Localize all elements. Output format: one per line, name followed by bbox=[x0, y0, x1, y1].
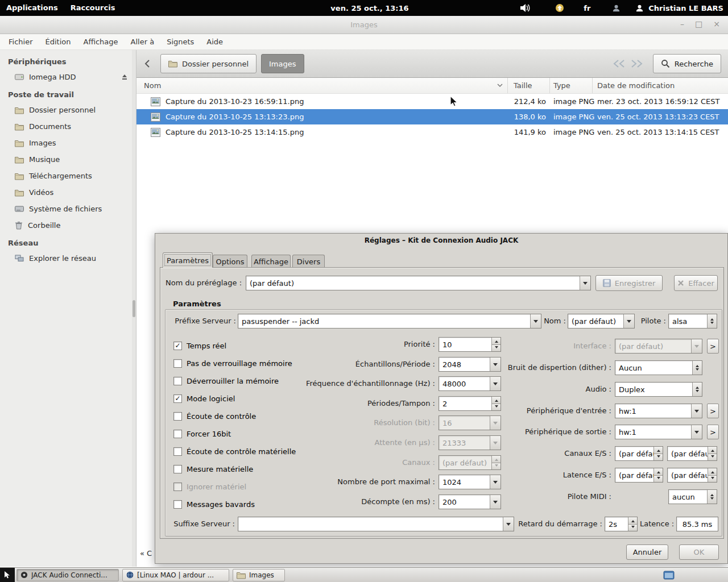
folder-icon bbox=[168, 60, 177, 68]
spin-buttons[interactable] bbox=[653, 447, 663, 460]
menu-affichage[interactable]: Affichage bbox=[77, 34, 124, 49]
file-row-2[interactable]: Capture du 2013-10-25 13:14:15.png 141,9… bbox=[136, 124, 728, 140]
spin-buttons[interactable] bbox=[628, 517, 637, 531]
dropdown-arrow-icon[interactable] bbox=[691, 339, 702, 353]
ok-button[interactable]: OK bbox=[679, 544, 719, 560]
peripherique-de-sortie-field[interactable]: hw:1 bbox=[615, 425, 702, 439]
interface-field[interactable]: (par défaut) bbox=[615, 339, 702, 354]
breadcrumb-images[interactable]: Images bbox=[261, 54, 304, 73]
toolbar: Dossier personnel Images Recherche bbox=[136, 50, 728, 78]
canaux-e-s-field-1[interactable]: (par défaut) bbox=[615, 446, 663, 461]
close-button[interactable]: × bbox=[713, 19, 720, 28]
menu-aller-a[interactable]: Aller à bbox=[125, 34, 161, 49]
sidebar-scrollbar[interactable] bbox=[132, 50, 136, 567]
task-browser[interactable]: [Linux MAO | ardour ... bbox=[122, 569, 229, 581]
cancel-button[interactable]: Annuler bbox=[626, 544, 668, 560]
sidebar-item-systeme-de-fichiers[interactable]: Système de fichiers bbox=[0, 201, 136, 217]
folder-icon bbox=[15, 189, 24, 197]
latence-e-s-field-1[interactable]: (par défaut) bbox=[615, 468, 663, 483]
file-row-1[interactable]: Capture du 2013-10-25 13:13:23.png 138,0… bbox=[136, 109, 728, 124]
folder-icon bbox=[237, 571, 246, 579]
volume-icon[interactable] bbox=[520, 3, 530, 13]
updates-icon[interactable] bbox=[555, 3, 564, 13]
updown-arrows-icon[interactable] bbox=[692, 383, 702, 396]
file-row-0[interactable]: Capture du 2013-10-23 16:59:11.png 212,4… bbox=[136, 94, 728, 109]
sidebar-item-videos[interactable]: Vidéos bbox=[0, 184, 136, 201]
updown-arrows-icon[interactable] bbox=[692, 361, 702, 375]
preset-name-combo[interactable]: (par défaut) bbox=[246, 276, 591, 290]
sort-descending-icon[interactable] bbox=[497, 84, 503, 88]
maximize-button[interactable]: □ bbox=[695, 19, 702, 28]
search-button[interactable]: Recherche bbox=[653, 54, 721, 73]
column-header-date[interactable]: Date de modification bbox=[593, 78, 728, 93]
spin-buttons[interactable] bbox=[653, 468, 663, 482]
task-jack-audio[interactable]: JACK Audio Connecti... bbox=[16, 569, 119, 581]
file-type: image PNG bbox=[550, 97, 593, 106]
dropdown-arrow-icon[interactable] bbox=[691, 425, 702, 439]
dropdown-arrow-icon[interactable] bbox=[580, 276, 590, 290]
latence-e-s-field-2[interactable]: (par défaut) bbox=[667, 468, 717, 483]
dropdown-arrow-icon[interactable] bbox=[503, 517, 514, 531]
canaux-e-s-field-2[interactable]: (par défaut) bbox=[667, 446, 717, 461]
session-user-icon[interactable] bbox=[635, 4, 644, 13]
menu-signets[interactable]: Signets bbox=[160, 34, 200, 49]
clock[interactable]: ven. 25 oct., 13:16 bbox=[330, 4, 408, 13]
peripherique-de-sortie-more-button[interactable]: > bbox=[707, 425, 719, 439]
audio-field[interactable]: Duplex bbox=[615, 382, 702, 397]
sidebar-item-images[interactable]: Images bbox=[0, 135, 136, 151]
interface-more-button[interactable]: > bbox=[707, 339, 719, 354]
startup-delay-spin[interactable]: 2s bbox=[605, 517, 638, 531]
sidebar-item-iomega-hdd[interactable]: Iomega HDD bbox=[0, 69, 136, 85]
applications-menu[interactable]: Applications bbox=[0, 0, 64, 16]
show-desktop-button[interactable] bbox=[0, 568, 15, 582]
history-back-icon[interactable] bbox=[612, 59, 626, 68]
sidebar-item-dossier-personnel[interactable]: Dossier personnel bbox=[0, 102, 136, 118]
bruit-de-dispertion-dither-field[interactable]: Aucun bbox=[615, 360, 702, 375]
save-preset-button[interactable]: Enregistrer bbox=[595, 275, 663, 291]
menu-fichier[interactable]: Fichier bbox=[2, 34, 39, 49]
shortcuts-menu[interactable]: Raccourcis bbox=[64, 0, 122, 16]
sidebar-item-musique[interactable]: Musique bbox=[0, 151, 136, 168]
spin-buttons[interactable] bbox=[708, 447, 717, 460]
titlebar[interactable]: Images – □ × bbox=[0, 16, 728, 34]
tab-parametres[interactable]: Paramètres bbox=[163, 252, 213, 268]
sidebar-item-telechargements[interactable]: Téléchargements bbox=[0, 168, 136, 184]
drive-icon bbox=[15, 73, 24, 81]
peripherique-d-entree-field[interactable]: hw:1 bbox=[615, 404, 702, 418]
updown-arrows-icon[interactable] bbox=[707, 490, 717, 504]
eject-icon[interactable] bbox=[121, 74, 128, 80]
column-header-name[interactable]: Nom bbox=[136, 78, 508, 93]
column-header-type[interactable]: Type bbox=[550, 78, 593, 93]
spin-buttons[interactable] bbox=[708, 468, 717, 482]
server-suffix-combo[interactable] bbox=[238, 517, 514, 531]
tab-affichage[interactable]: Affichage bbox=[251, 255, 291, 268]
sidebar-item-corbeille[interactable]: Corbeille bbox=[0, 217, 136, 234]
column-header-size[interactable]: Taille bbox=[508, 78, 550, 93]
minimize-button[interactable]: – bbox=[680, 19, 684, 28]
tab-divers[interactable]: Divers bbox=[292, 255, 325, 268]
dialog-title[interactable]: Réglages – Kit de Connexion Audio JACK bbox=[155, 234, 727, 244]
folder-icon bbox=[15, 123, 24, 131]
user-menu-icon[interactable] bbox=[612, 4, 621, 13]
pilote-midi-field[interactable]: aucun bbox=[668, 489, 717, 504]
dropdown-arrow-icon[interactable] bbox=[691, 404, 702, 418]
tab-options[interactable]: Options bbox=[213, 255, 247, 268]
label-canaux-e-s: Canaux E/S : bbox=[449, 446, 611, 461]
sidebar-header-peripheriques: Périphériques bbox=[0, 52, 136, 69]
file-manager-tray-icon[interactable] bbox=[663, 571, 675, 580]
path-collapse-icon[interactable] bbox=[141, 59, 154, 68]
peripherique-d-entree-more-button[interactable]: > bbox=[707, 404, 719, 418]
sidebar-item-explorer-le-reseau[interactable]: Explorer le réseau bbox=[0, 250, 136, 267]
breadcrumb-home[interactable]: Dossier personnel bbox=[160, 54, 257, 73]
menu-aide[interactable]: Aide bbox=[200, 34, 229, 49]
sidebar-item-documents[interactable]: Documents bbox=[0, 118, 136, 135]
scrollbar-thumb[interactable] bbox=[133, 300, 135, 317]
keyboard-layout-indicator[interactable]: fr bbox=[584, 4, 590, 13]
menu-edition[interactable]: Édition bbox=[39, 34, 77, 49]
history-forward-icon[interactable] bbox=[630, 59, 644, 68]
user-name[interactable]: Christian LE BARS bbox=[648, 4, 723, 13]
save-icon bbox=[603, 279, 611, 287]
task-images[interactable]: Images bbox=[233, 569, 285, 581]
delete-preset-button[interactable]: Effacer bbox=[674, 275, 718, 291]
latency-value: 85.3 ms bbox=[676, 517, 718, 531]
